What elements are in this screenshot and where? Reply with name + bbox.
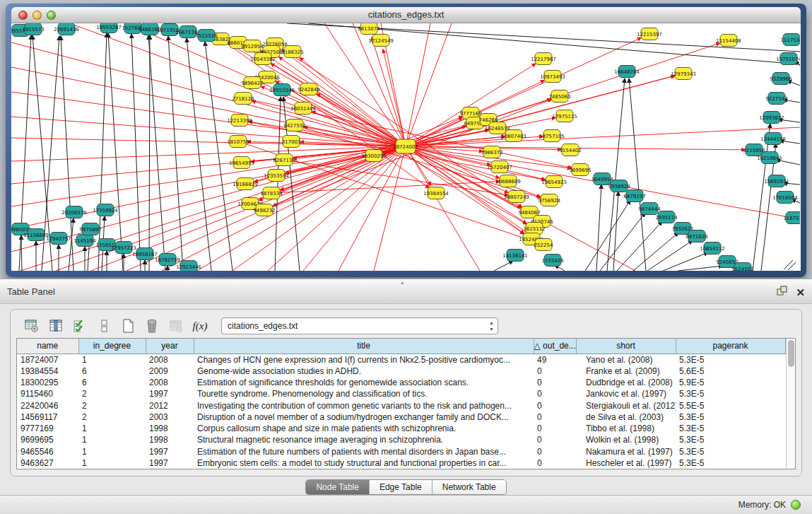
network-node[interactable]: 9896422 (241, 77, 263, 89)
network-node[interactable]: 17016504 (772, 192, 798, 204)
column-header-pagerank[interactable]: pagerank (676, 339, 785, 354)
table-row[interactable]: 2242004622012Investigating the contribut… (17, 399, 785, 411)
network-node[interactable]: 12217967 (531, 53, 556, 65)
import-table-icon[interactable] (166, 316, 186, 336)
column-header-name[interactable]: name (17, 339, 78, 354)
network-node[interactable]: 1615112 (523, 223, 545, 235)
network-node[interactable]: 12444159 (760, 133, 786, 145)
network-node[interactable]: 8613074 (358, 23, 380, 35)
network-node[interactable]: 6879197 (623, 190, 645, 202)
network-node[interactable]: 7515526 (195, 30, 218, 42)
network-node[interactable]: 16648784 (614, 66, 640, 78)
column-header-short[interactable]: short (576, 339, 676, 354)
network-node-label: 14136141 (502, 253, 528, 259)
network-node[interactable]: 317003 (282, 136, 301, 148)
network-node[interactable]: 14136141 (502, 250, 528, 262)
tab-network-table[interactable]: Network Table (433, 480, 506, 494)
table-cell: 0 (534, 434, 576, 445)
table-row[interactable]: 977716911998Corpus callosum shape and si… (17, 423, 785, 434)
network-node[interactable]: 9524502 (731, 263, 753, 271)
float-panel-icon[interactable] (777, 286, 787, 299)
function-builder-icon[interactable]: f(x) (190, 316, 210, 336)
network-node[interactable]: 19654955 (229, 157, 254, 169)
network-node[interactable]: 12353594 (264, 170, 289, 182)
network-node[interactable]: 5878334 (260, 187, 283, 199)
network-window-titlebar[interactable]: citations_edges.txt (11, 7, 801, 23)
network-node[interactable]: 2718126 (232, 93, 254, 105)
network-node[interactable]: 9242848 (298, 83, 319, 95)
network-node[interactable]: 10654112 (700, 243, 725, 255)
network-node[interactable]: 19654923 (541, 176, 567, 188)
network-node[interactable]: 20206576 (61, 206, 87, 218)
column-header-out_de[interactable]: △ out_de... (534, 339, 576, 354)
table-row[interactable]: 1830029562008Estimation of significance … (17, 377, 785, 388)
network-node[interactable]: 12979343 (671, 68, 696, 80)
network-node[interactable]: 2935114 (655, 211, 678, 223)
network-node[interactable]: 8471626 (686, 230, 708, 243)
network-node[interactable]: 19384554 (423, 187, 449, 199)
network-node[interactable]: 9154402 (559, 144, 581, 156)
table-settings-icon[interactable] (22, 316, 42, 336)
network-node[interactable]: 5938928 (608, 180, 630, 192)
network-node[interactable]: 9329966 (770, 73, 792, 85)
table-row[interactable]: 946554611997Estimation of the future num… (17, 445, 785, 457)
table-cell: 5.3E-5 (676, 354, 785, 366)
delete-table-icon[interactable] (142, 316, 162, 336)
panel-resize-handle[interactable]: ▴ (401, 279, 404, 286)
network-node[interactable]: 9699695 (569, 164, 591, 176)
table-row[interactable]: 1456911722003Disruption of a novel membe… (17, 411, 785, 423)
column-header-in_degree[interactable]: in_degree (78, 339, 146, 354)
network-node[interactable]: 8427552 (283, 119, 305, 132)
network-node[interactable]: 252254 (534, 239, 553, 251)
network-graph[interactable]: 7663822886012489129542322605898275081054… (11, 23, 800, 271)
select-all-check-icon[interactable] (70, 316, 90, 336)
network-node[interactable]: 19166829 (233, 178, 258, 190)
table-row[interactable]: 1938455462009Genome-wide association stu… (17, 366, 785, 377)
show-columns-icon[interactable] (46, 316, 66, 336)
network-file-selector[interactable]: citations_edges.txt ▲▼ (221, 317, 498, 334)
network-node[interactable]: 17359924 (93, 204, 118, 216)
network-canvas[interactable]: 7663822886012489129542322605898275081054… (11, 23, 801, 271)
network-node[interactable]: 15692971 (764, 175, 789, 187)
network-node-label: 18300295 (361, 153, 387, 159)
tab-node-table[interactable]: Node Table (306, 480, 370, 494)
network-view-window[interactable]: citations_edges.txt 76638228860124891295… (6, 4, 806, 277)
table-cell: 9115460 (17, 388, 78, 399)
table-panel-header[interactable]: Table Panel ▴ ✕ (0, 279, 812, 304)
network-node[interactable]: 8186325 (281, 46, 303, 58)
network-node[interactable]: 1145194 (73, 235, 96, 247)
table-row[interactable]: 911546021997Tourette syndrome. Phenomeno… (17, 388, 785, 399)
scrollbar-thumb[interactable] (788, 340, 794, 367)
column-header-title[interactable]: title (194, 339, 534, 354)
tab-edge-table[interactable]: Edge Table (370, 480, 433, 494)
new-table-icon[interactable] (118, 316, 138, 336)
table-cell: 2012 (146, 399, 194, 411)
table-row[interactable]: 946362711997Embryonic stem cells: a mode… (17, 457, 785, 469)
close-panel-icon[interactable]: ✕ (796, 287, 805, 298)
network-node[interactable]: 1733426 (541, 255, 564, 267)
network-hub-node[interactable]: 18724007 (393, 139, 418, 153)
network-node[interactable]: 7986372 (481, 146, 502, 158)
network-node[interactable]: 7485063 (548, 90, 570, 103)
network-node[interactable]: 1915573 (22, 23, 44, 35)
table-row[interactable]: 969969511998Structural magnetic resonanc… (17, 434, 785, 445)
network-node[interactable]: 11154408 (716, 35, 741, 47)
network-node[interactable]: 1167533 (783, 212, 800, 224)
network-node[interactable]: 9975887 (79, 223, 101, 235)
network-node[interactable]: 17975115 (552, 110, 577, 122)
network-node[interactable]: 9227343 (765, 93, 787, 105)
rows-icon[interactable] (94, 316, 114, 336)
network-node[interactable]: 9498232 (253, 204, 275, 216)
network-node[interactable]: 20553346 (269, 84, 295, 96)
network-node[interactable]: 12124549 (368, 35, 394, 47)
network-node[interactable]: 9474444 (638, 203, 661, 215)
table-row[interactable]: 1872400712008Changes of HCN gene express… (17, 354, 785, 366)
network-node[interactable]: 10553287 (96, 23, 122, 33)
table-scrollbar[interactable] (786, 339, 796, 469)
column-header-year[interactable]: year (146, 339, 194, 354)
network-node[interactable]: 9756928 (538, 194, 560, 206)
network-node[interactable]: 8267130 (273, 154, 295, 166)
network-node[interactable]: 1117534 (780, 34, 800, 46)
network-node[interactable]: 1810759 (227, 136, 249, 148)
network-node[interactable]: 12093832 (759, 112, 784, 124)
